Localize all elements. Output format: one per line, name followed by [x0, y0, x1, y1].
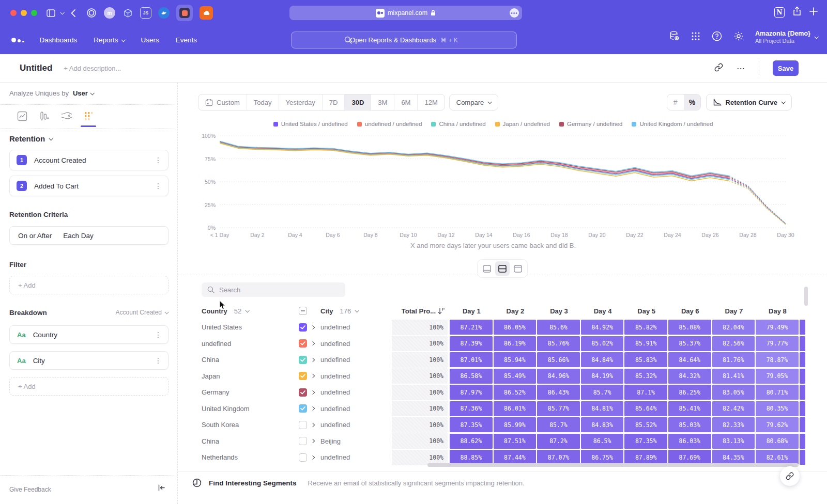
day-column-header[interactable]: Day 6 — [668, 307, 712, 315]
nav-link-dashboards[interactable]: Dashboards — [40, 36, 78, 44]
retention-day-cell[interactable]: 87.39% — [450, 336, 493, 351]
back-icon[interactable] — [71, 9, 75, 17]
series-checkbox[interactable] — [299, 404, 307, 413]
series-checkbox[interactable] — [299, 388, 307, 397]
tab-flows[interactable] — [58, 109, 75, 123]
city-column-header[interactable]: City176 — [320, 307, 392, 315]
table-row[interactable]: Germany undefined 100% 87.97%86.52%86.43… — [178, 384, 827, 401]
window-controls[interactable] — [10, 10, 37, 16]
retention-curve-plot[interactable] — [220, 135, 789, 231]
retention-day-cell[interactable]: 84.32% — [668, 369, 711, 384]
legend-item[interactable]: United States / undefined — [273, 121, 348, 127]
retention-day-cell[interactable]: 86.03% — [668, 434, 711, 449]
retention-day-cell[interactable]: 85.6% — [537, 320, 580, 335]
retention-day-cell[interactable]: 85.64% — [624, 401, 667, 416]
table-row[interactable]: China undefined 100% 87.01%85.94%85.66%8… — [178, 352, 827, 368]
tab-insights[interactable] — [14, 109, 30, 123]
collapse-sidebar-icon[interactable] — [158, 484, 165, 493]
retention-step-card[interactable]: 2 Added To Cart ⋮ — [9, 176, 169, 196]
retention-day-cell[interactable]: 87.97% — [450, 385, 493, 400]
retention-day-cell[interactable]: 79.62% — [756, 417, 799, 432]
retention-day-cell[interactable]: 85.7% — [537, 417, 580, 432]
retention-day-cell[interactable]: 81.76% — [712, 352, 755, 367]
breakdown-card-country[interactable]: Aa Country ⋮ — [9, 325, 169, 344]
project-switcher[interactable]: Amazonia {Demo} All Project Data — [755, 30, 818, 44]
retention-day-cell[interactable]: 86.52% — [494, 385, 537, 400]
retention-day-cell[interactable]: 85.32% — [624, 369, 667, 384]
select-all-checkbox[interactable] — [299, 307, 307, 315]
retention-day-cell[interactable]: 85.37% — [668, 336, 711, 351]
retention-day-cell[interactable]: 88.85% — [450, 450, 493, 465]
retention-day-cell[interactable]: 84.96% — [537, 369, 580, 384]
notion-icon[interactable]: N — [774, 7, 785, 18]
range-30d[interactable]: 30D — [344, 94, 371, 110]
m-circle-tab-icon[interactable]: m — [104, 7, 115, 19]
add-breakdown-button[interactable]: + Add — [9, 377, 169, 396]
bird-tab-icon[interactable] — [158, 7, 170, 19]
retention-day-cell[interactable]: 85.76% — [537, 336, 580, 351]
retention-criteria-card[interactable]: On or After Each Day — [9, 226, 169, 245]
expand-row-icon[interactable] — [311, 423, 320, 427]
table-row[interactable]: South Korea undefined 100% 87.35%85.99%8… — [178, 417, 827, 433]
more-options-icon[interactable]: ⋯ — [737, 64, 745, 73]
legend-item[interactable]: Japan / undefined — [495, 121, 550, 127]
data-management-icon[interactable] — [669, 30, 680, 43]
day-column-header[interactable]: Day 8 — [756, 307, 800, 315]
retention-day-cell[interactable]: 86.58% — [450, 369, 493, 384]
retention-day-cell[interactable]: 87.21% — [450, 320, 493, 335]
day-column-header[interactable]: Day 1 — [450, 307, 494, 315]
table-row[interactable]: undefined undefined 100% 87.39%86.19%85.… — [178, 336, 827, 352]
legend-item[interactable]: Germany / undefined — [559, 121, 622, 127]
share-link-fab[interactable] — [780, 466, 800, 486]
retention-day-cell[interactable]: 80.68% — [756, 434, 799, 449]
expand-row-icon[interactable] — [311, 439, 320, 443]
retention-day-cell[interactable]: 84.83% — [581, 417, 624, 432]
retention-day-cell[interactable]: 86.05% — [494, 320, 537, 335]
retention-day-cell[interactable]: 81.41% — [712, 369, 755, 384]
retention-day-cell[interactable]: 85.08% — [668, 320, 711, 335]
expand-row-icon[interactable] — [311, 358, 320, 361]
retention-day-cell[interactable]: 84.35% — [712, 450, 755, 465]
retention-day-cell[interactable]: 87.89% — [624, 450, 667, 465]
legend-item[interactable]: undefined / undefined — [357, 121, 422, 127]
range-7d[interactable]: 7D — [322, 94, 345, 110]
retention-day-cell[interactable]: 84.81% — [581, 401, 624, 416]
retention-day-cell[interactable]: 86.19% — [494, 336, 537, 351]
copy-link-icon[interactable] — [714, 63, 723, 74]
day-column-header[interactable]: Day 4 — [581, 307, 625, 315]
retention-day-cell[interactable]: 82.56% — [712, 336, 755, 351]
cube-tab-icon[interactable] — [122, 7, 133, 19]
expand-row-icon[interactable] — [311, 374, 320, 377]
expand-row-icon[interactable] — [311, 456, 320, 459]
help-icon[interactable] — [712, 31, 722, 43]
global-search-button[interactable]: Open Reports & Dashboards ⌘ + K — [291, 32, 517, 49]
table-search-input[interactable]: Search — [202, 282, 345, 297]
series-checkbox[interactable] — [299, 437, 307, 445]
table-row[interactable]: United Kingdom undefined 100% 87.36%86.0… — [178, 401, 827, 417]
table-row[interactable]: Japan undefined 100% 86.58%85.49%84.96%8… — [178, 368, 827, 385]
series-checkbox[interactable] — [299, 323, 307, 332]
report-title[interactable]: Untitled — [20, 63, 52, 73]
retention-day-cell[interactable]: 85.91% — [624, 336, 667, 351]
retention-day-cell[interactable]: 86.25% — [668, 385, 711, 400]
expand-row-icon[interactable] — [311, 391, 320, 394]
segments-title[interactable]: Find Interesting Segments — [209, 479, 297, 487]
retention-day-cell[interactable]: 85.99% — [494, 417, 537, 432]
retention-day-cell[interactable]: 78.87% — [756, 352, 799, 367]
retention-day-cell[interactable]: 87.44% — [494, 450, 537, 465]
vertical-scrollbar[interactable] — [804, 287, 808, 306]
retention-day-cell[interactable]: 82.33% — [712, 417, 755, 432]
kebab-menu-icon[interactable]: ⋮ — [155, 156, 162, 164]
save-button[interactable]: Save — [773, 60, 799, 76]
total-column-header[interactable]: Total Pro... — [392, 307, 448, 315]
nav-link-reports[interactable]: Reports — [94, 36, 124, 44]
absolute-numbers-toggle[interactable]: # — [667, 94, 684, 110]
retention-day-cell[interactable]: 80.35% — [756, 401, 799, 416]
share-icon[interactable] — [793, 6, 801, 18]
chart-only-view-button[interactable] — [480, 261, 494, 276]
retention-day-cell[interactable]: 86.75% — [581, 450, 624, 465]
retention-day-cell[interactable]: 86.5% — [581, 434, 624, 449]
day-column-header[interactable]: Day 3 — [537, 307, 581, 315]
chart-type-dropdown[interactable]: Retention Curve — [706, 94, 792, 111]
breakdown-scope-dropdown[interactable]: Account Created — [116, 309, 168, 316]
